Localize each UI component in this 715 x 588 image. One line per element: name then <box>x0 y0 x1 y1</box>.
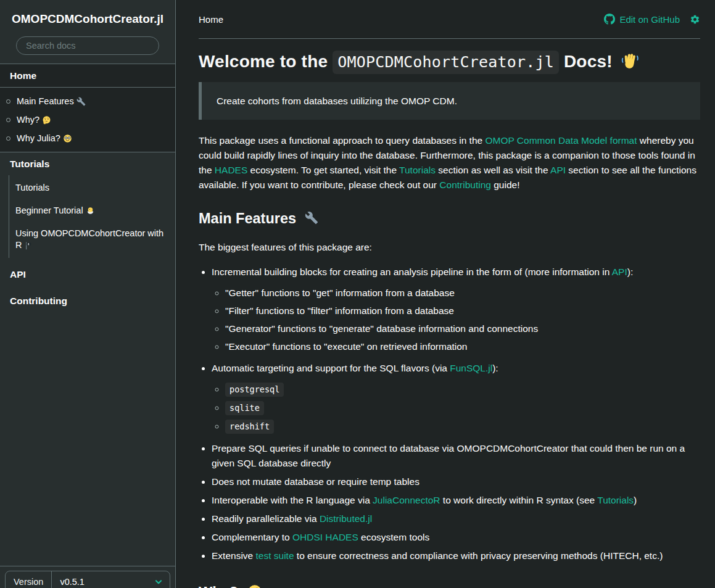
sidebar-heading-link[interactable]: Main Features <box>17 96 86 106</box>
page-headings-list: Main Features Why? Why Julia? <box>0 88 175 152</box>
article: Welcome to the OMOPCDMCohortCreator.jl D… <box>199 52 700 588</box>
chevron-down-icon[interactable] <box>154 577 163 587</box>
sidebar-item-contributing[interactable]: Contributing <box>0 289 175 312</box>
feature-item: Readily parallelizable via Distributed.j… <box>212 511 700 526</box>
edit-on-github-label: Edit on GitHub <box>619 14 680 25</box>
intro-paragraph: This package uses a functional approach … <box>199 133 700 193</box>
inline-link[interactable]: JuliaConnectoR <box>373 495 440 505</box>
sidebar-subitem-link[interactable]: Tutorials <box>15 183 49 193</box>
feature-item: Prepare SQL queries if unable to connect… <box>212 441 700 471</box>
features-list: Incremental building blocks for creating… <box>199 265 700 563</box>
inline-link[interactable]: OHDSI HADES <box>292 532 358 542</box>
sidebar-heading-label: Why? <box>17 115 39 125</box>
sidebar: OMOPCDMCohortCreator.jl Home Main Featur… <box>0 0 176 588</box>
heading-text: Main Features <box>199 210 296 226</box>
inline-link[interactable]: test suite <box>256 550 294 561</box>
feature-item: Interoperable with the R language via Ju… <box>212 493 700 508</box>
wrench-emoji <box>305 211 318 225</box>
github-icon <box>604 14 615 25</box>
sidebar-subitem-using-with-r[interactable]: Using OMOPCDMCohortCreator with R <box>9 222 175 257</box>
tutorials-submenu: Tutorials Beginner Tutorial Using OMOPCD… <box>9 175 175 258</box>
inline-link[interactable]: Contributing <box>439 180 491 190</box>
site-title[interactable]: OMOPCDMCohortCreator.jl <box>0 0 175 26</box>
sidebar-heading-main-features[interactable]: Main Features <box>0 92 175 110</box>
top-navbar: Home Edit on GitHub <box>199 0 700 39</box>
sub-feature-item: "Generator" functions to "generate" data… <box>225 322 700 335</box>
sub-feature-item: "Filter" functions to "filter" informati… <box>225 304 700 317</box>
sidebar-heading-why[interactable]: Why? <box>0 110 175 129</box>
sidebar-subitem-tutorials[interactable]: Tutorials <box>9 176 175 199</box>
sub-feature-item: postgresql <box>225 383 700 396</box>
main-content: Home Edit on GitHub Welcome to the OMOPC… <box>176 0 715 588</box>
inline-link[interactable]: API <box>612 267 627 277</box>
admonition-quote: Create cohorts from databases utilizing … <box>199 82 700 120</box>
inline-link[interactable]: Distributed.jl <box>320 513 372 524</box>
nerd-emoji <box>63 134 72 143</box>
wave-emoji <box>621 52 639 70</box>
sidebar-heading-label: Main Features <box>17 96 74 106</box>
thinking-emoji <box>42 115 51 125</box>
active-page-block: Home Main Features Why? Why Julia? <box>0 64 175 152</box>
version-selector[interactable]: Version v0.5.1 <box>5 571 170 588</box>
inline-code: sqlite <box>225 401 264 415</box>
sub-feature-item: sqlite <box>225 401 700 415</box>
sidebar-subitem-beginner-tutorial[interactable]: Beginner Tutorial <box>9 199 175 222</box>
admonition-text: Create cohorts from databases utilizing … <box>217 96 457 106</box>
title-text: Welcome to the <box>199 52 333 71</box>
inline-link[interactable]: HADES <box>215 165 247 175</box>
sidebar-heading-link[interactable]: Why? <box>17 115 51 125</box>
sidebar-subitem-link[interactable]: Beginner Tutorial <box>15 205 95 215</box>
sidebar-heading-why-julia[interactable]: Why Julia? <box>0 129 175 147</box>
sub-feature-item: "Getter" functions to "get" information … <box>225 286 700 299</box>
breadcrumb: Home <box>199 14 223 25</box>
sidebar-item-tutorials[interactable]: Tutorials <box>0 152 175 175</box>
sidebar-menu: Home Main Features Why? Why Julia? <box>0 64 175 312</box>
inline-link[interactable]: OMOP Common Data Model format <box>485 135 637 146</box>
inline-code: postgresql <box>225 383 284 397</box>
feature-item: Incremental building blocks for creating… <box>212 265 700 353</box>
title-text: Docs! <box>559 52 613 71</box>
feature-item: Does not mutate database or require temp… <box>212 474 700 489</box>
wrench-emoji <box>76 97 86 106</box>
feature-item: Automatic targeting and support for the … <box>212 361 700 433</box>
page-title: Welcome to the OMOPCDMCohortCreator.jl D… <box>199 52 700 72</box>
feature-sublist: postgresql sqlite redshift <box>212 383 700 433</box>
version-footer: Version v0.5.1 <box>0 566 175 588</box>
why-heading: Why? <box>199 584 700 588</box>
main-features-heading: Main Features <box>199 210 700 227</box>
features-intro: The biggest features of this package are… <box>199 240 700 255</box>
chick-emoji <box>86 206 95 215</box>
inline-link[interactable]: Tutorials <box>597 495 634 505</box>
settings-gear-icon[interactable] <box>690 14 700 25</box>
feature-item: Complementary to OHDSI HADES ecosystem t… <box>212 530 700 545</box>
sidebar-subitem-label: Using OMOPCDMCohortCreator with R <box>15 228 163 250</box>
inline-link[interactable]: Tutorials <box>399 165 436 175</box>
version-label: Version <box>6 577 51 587</box>
sidebar-subitem-label: Tutorials <box>15 183 49 193</box>
heading-text: Why? <box>199 584 238 588</box>
inline-link[interactable]: FunSQL.jl <box>450 363 492 373</box>
inline-link[interactable]: API <box>550 165 566 175</box>
sidebar-item-api[interactable]: API <box>0 263 175 286</box>
sidebar-subitem-link[interactable]: Using OMOPCDMCohortCreator with R <box>15 228 163 250</box>
search-input[interactable] <box>16 36 159 55</box>
search-container <box>0 26 175 64</box>
navbar-actions: Edit on GitHub <box>604 14 700 25</box>
sub-feature-item: "Executor" functions to "execute" on ret… <box>225 340 700 353</box>
thinking-emoji <box>247 584 263 588</box>
edit-on-github-link[interactable]: Edit on GitHub <box>604 14 680 25</box>
sidebar-subitem-label: Beginner Tutorial <box>15 205 83 215</box>
feature-sublist: "Getter" functions to "get" information … <box>212 286 700 353</box>
version-value[interactable]: v0.5.1 <box>52 577 154 587</box>
feature-item: Extensive test suite to ensure correctne… <box>212 549 700 563</box>
sub-feature-item: redshift <box>225 420 700 433</box>
sidebar-heading-label: Why Julia? <box>17 133 60 143</box>
pirate-flag-emoji <box>25 242 33 250</box>
sidebar-heading-link[interactable]: Why Julia? <box>17 133 72 143</box>
app-window: OMOPCDMCohortCreator.jl Home Main Featur… <box>0 0 715 588</box>
inline-code: redshift <box>225 420 274 434</box>
sidebar-item-home[interactable]: Home <box>0 64 175 88</box>
title-code: OMOPCDMCohortCreator.jl <box>333 51 559 74</box>
